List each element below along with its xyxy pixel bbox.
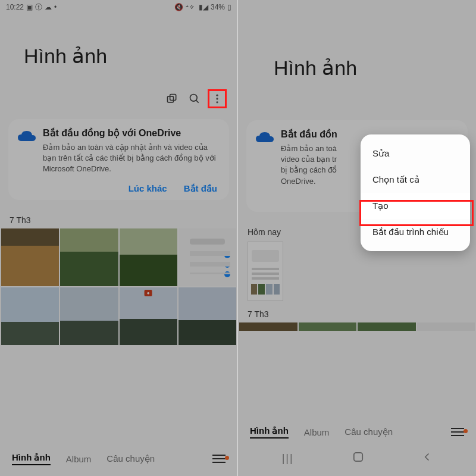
photo-thumbnail[interactable]	[417, 322, 475, 331]
page-title: Hình ảnh	[274, 56, 464, 80]
photo-thumbnail[interactable]: ●	[120, 287, 177, 345]
onedrive-card: Bắt đầu đồng bộ với OneDrive Đảm bảo an …	[8, 119, 229, 200]
photo-thumbnail[interactable]	[178, 287, 236, 345]
photo-thumbnail[interactable]	[248, 242, 283, 301]
svg-point-6	[216, 101, 218, 103]
overflow-dropdown-menu: Sửa Chọn tất cả Tạo Bắt đầu trình chiếu	[361, 134, 470, 251]
svg-line-3	[196, 101, 199, 103]
photo-grid: ●	[0, 228, 237, 346]
system-nav-bar: |||	[238, 443, 476, 476]
tab-album[interactable]: Album	[304, 427, 330, 437]
photo-thumbnail[interactable]	[239, 322, 298, 331]
onedrive-card-title: Bắt đầu đồng bộ với OneDrive	[43, 127, 217, 139]
header: Hình ảnh	[0, 14, 237, 86]
onedrive-card-desc: Đảm bảo an toàn và cập nhật ảnh và video…	[43, 142, 217, 175]
onedrive-later-button[interactable]: Lúc khác	[129, 183, 167, 194]
cloud-icon: ☁	[45, 3, 52, 11]
photo-thumbnail[interactable]	[299, 322, 357, 331]
notification-dot-icon	[464, 429, 468, 433]
photo-grid	[238, 322, 476, 331]
wifi-off-icon: ⁺ᯤ	[186, 3, 196, 11]
tab-photos[interactable]: Hình ảnh	[250, 425, 289, 439]
photo-thumbnail[interactable]	[1, 228, 59, 286]
tab-stories[interactable]: Câu chuyện	[107, 453, 155, 464]
battery-icon: ▯	[227, 3, 231, 11]
svg-point-2	[190, 95, 198, 102]
home-button[interactable]	[353, 452, 364, 465]
signal-icon: ▮◢	[199, 3, 208, 11]
photo-thumbnail[interactable]	[60, 287, 118, 345]
photo-thumbnail[interactable]	[60, 228, 118, 286]
menu-item-slideshow[interactable]: Bắt đầu trình chiếu	[361, 219, 470, 245]
photo-thumbnail[interactable]	[358, 322, 416, 331]
bottom-tabs: Hình ảnh Album Câu chuyện	[0, 444, 237, 476]
svg-point-4	[216, 95, 218, 96]
menu-item-create[interactable]: Tạo	[361, 193, 470, 219]
tab-album[interactable]: Album	[66, 454, 92, 464]
recent-apps-button[interactable]: |||	[282, 452, 294, 465]
photo-thumbnail[interactable]	[178, 228, 236, 286]
onedrive-cloud-icon	[255, 130, 275, 147]
hamburger-menu-button[interactable]	[451, 431, 464, 433]
photo-thumbnail[interactable]	[120, 228, 177, 286]
back-button[interactable]	[422, 452, 432, 465]
toolbar	[0, 86, 237, 114]
onedrive-cloud-icon	[17, 129, 37, 146]
mute-icon: 🔇	[174, 3, 183, 11]
menu-item-select-all[interactable]: Chọn tất cả	[361, 167, 470, 193]
search-icon[interactable]	[185, 89, 204, 108]
menu-item-edit[interactable]: Sửa	[361, 140, 470, 167]
svg-rect-1	[170, 95, 176, 101]
tab-stories[interactable]: Câu chuyện	[345, 427, 393, 437]
facebook-icon: ⓕ	[35, 2, 42, 12]
date-section-label: 7 Th3	[0, 205, 237, 228]
onedrive-start-button[interactable]: Bắt đầu	[184, 183, 217, 194]
battery-text: 34%	[211, 3, 225, 11]
tab-photos[interactable]: Hình ảnh	[12, 452, 51, 465]
header: Hình ảnh	[238, 26, 476, 115]
svg-rect-7	[354, 453, 362, 461]
status-time: 10:22	[6, 3, 24, 11]
page-title: Hình ảnh	[24, 44, 226, 68]
overflow-menu-icon[interactable]	[208, 89, 227, 108]
status-dot-icon: •	[54, 3, 57, 11]
bottom-tabs: Hình ảnh Album Câu chuyện	[238, 417, 476, 443]
svg-point-5	[216, 98, 218, 99]
image-icon: ▣	[26, 3, 33, 11]
copy-icon[interactable]	[162, 89, 181, 108]
hamburger-menu-button[interactable]	[212, 458, 226, 459]
date-section-label: 7 Th3	[238, 302, 476, 322]
photo-thumbnail[interactable]	[1, 287, 59, 345]
notification-dot-icon	[225, 456, 229, 460]
status-bar: 10:22 ▣ ⓕ ☁ • 🔇 ⁺ᯤ ▮◢ 34% ▯	[0, 0, 237, 14]
